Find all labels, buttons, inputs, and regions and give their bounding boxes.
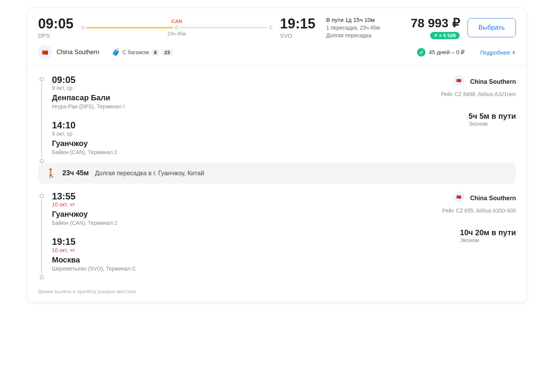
seg-left-1: 09:05 9 окт, ср Денпасар Бали Нгура-Раи … — [52, 75, 125, 155]
summary-row: 09:05 DPS CAN 23ч 45м 19:15 SVO — [27, 8, 527, 45]
airline-name: China Southern — [57, 49, 99, 56]
footer-note: Время вылета и прилёта указано местное — [27, 282, 527, 302]
price-badge-value: × 5 529 — [439, 33, 456, 38]
seg2-arrive-terminal: Шереметьево (SVO), Терминал С — [52, 266, 136, 272]
baggage-info: 🧳 С багажом 8 23 — [112, 48, 173, 56]
tl-line-1 — [41, 83, 42, 158]
layover-duration: 23ч 45м — [62, 169, 89, 177]
select-button[interactable]: Выбрать — [467, 18, 516, 37]
arrive-time: 19:15 — [280, 16, 315, 32]
seg2-depart-date: 10 окт, чт — [52, 201, 136, 208]
seg1-arrive-city: Гуанчжоу — [52, 139, 125, 148]
seg2-flight-info: Рейс CZ 655, Airbus A350-900 — [442, 208, 516, 214]
footer-note-text: Время вылета и прилёта указано местное — [38, 289, 136, 294]
seg-left-2: 13:55 10 окт, чт Гуанчжоу Байюн (CAN), Т… — [52, 191, 136, 272]
seg1-depart-date: 9 окт, ср — [52, 85, 125, 91]
seg1-depart-city: Денпасар Бали — [52, 93, 125, 102]
timeline-2 — [38, 191, 45, 279]
price-badge-icon: ✕ — [434, 33, 437, 38]
route-visual: CAN 23ч 45м — [77, 18, 276, 37]
timeline-1 — [38, 75, 45, 163]
seg1-class: Эконом — [469, 121, 516, 127]
seg1-airline-row: 🇨🇳 China Southern — [453, 75, 516, 89]
layover-desc: Долгая пересадка в г. Гуанчжоу, Китай — [95, 170, 204, 177]
price-main: 78 993 ₽ — [411, 16, 460, 30]
svg-text:🇨🇳: 🇨🇳 — [456, 194, 461, 199]
seg1-arrive-time: 14:10 — [52, 120, 125, 130]
baggage-label: С багажом — [122, 49, 149, 55]
detail-section: 09:05 9 окт, ср Денпасар Бали Нгура-Раи … — [27, 66, 527, 282]
seg1-depart-time: 09:05 — [52, 75, 125, 85]
layover-bar: 🚶 23ч 45м Долгая пересадка в г. Гуанчжоу… — [38, 163, 516, 184]
tl-dot-top-1 — [40, 77, 44, 81]
details-btn-label: Подробнее — [480, 49, 510, 56]
segment-1: 09:05 9 окт, ср Денпасар Бали Нгура-Раи … — [38, 75, 516, 163]
seg1-flight-info: Рейс CZ 8498, Airbus A321neo — [441, 91, 516, 97]
baggage-badge-23: 23 — [162, 49, 172, 56]
route-line — [81, 26, 272, 29]
flight-card: 09:05 DPS CAN 23ч 45м 19:15 SVO — [27, 8, 527, 302]
transit-airport: CAN — [171, 18, 182, 24]
route-dot-left — [81, 26, 85, 29]
seg-right-2: 🇨🇳 China Southern Рейс CZ 655, Airbus A3… — [442, 191, 516, 243]
route-line-gray — [180, 27, 267, 28]
seg2-airline-logo: 🇨🇳 — [453, 191, 467, 205]
route-dot-mid — [175, 26, 179, 29]
seg1-duration: 5ч 5м в пути — [469, 112, 516, 121]
route-dot-right — [269, 26, 272, 29]
route-line-yellow — [86, 27, 174, 28]
seg2-class: Эконом — [460, 237, 516, 243]
seg2-airline-name: China Southern — [470, 195, 516, 202]
seg2-depart-city: Гуанчжоу — [52, 210, 136, 219]
seg1-airline-logo: 🇨🇳 — [453, 75, 467, 89]
price-block: 78 993 ₽ ✕ × 5 529 — [411, 16, 460, 39]
seg1-arrive-terminal: Байюн (CAN), Терминал 2 — [52, 149, 125, 155]
airline-row: 🇨🇳 China Southern 🧳 С багажом 8 23 ✔ 45 … — [27, 45, 527, 65]
svg-text:🇨🇳: 🇨🇳 — [456, 78, 461, 83]
arrive-block: 19:15 SVO — [280, 16, 315, 39]
seg1-depart-terminal: Нгура-Раи (DPS), Терминал I — [52, 103, 125, 110]
depart-time: 09:05 — [38, 16, 73, 32]
tl-dot-bottom-1 — [40, 159, 44, 163]
tl-dot-top-2 — [40, 194, 44, 198]
baggage-icon: 🧳 — [112, 48, 120, 56]
seg2-arrive-city: Москва — [52, 256, 136, 264]
tl-dot-bottom-2 — [40, 275, 44, 279]
seg2-depart-time: 13:55 — [52, 191, 136, 201]
tl-line-2 — [41, 199, 42, 274]
segment-2: 13:55 10 окт, чт Гуанчжоу Байюн (CAN), Т… — [38, 191, 516, 279]
seg2-arrive-time: 19:15 — [52, 237, 136, 247]
days-icon: ✔ — [417, 48, 426, 56]
flight-duration: В пути 1д 15ч 10м — [326, 17, 403, 23]
seg2-airline-row: 🇨🇳 China Southern — [453, 191, 516, 205]
walk-icon: 🚶 — [46, 168, 56, 178]
details-button[interactable]: Подробнее ∧ — [480, 49, 516, 56]
stops-label: 1 пересадка, 23ч 45м — [326, 25, 403, 31]
days-label: 45 дней – 0 ₽ — [429, 49, 465, 56]
seg1-airline-name: China Southern — [470, 78, 516, 85]
segment-body-1: 09:05 9 окт, ср Денпасар Бали Нгура-Раи … — [52, 75, 516, 163]
airline-logo: 🇨🇳 — [38, 45, 52, 59]
seg2-depart-terminal: Байюн (CAN), Терминал 2 — [52, 220, 136, 226]
flight-info-block: В пути 1д 15ч 10м 1 пересадка, 23ч 45м Д… — [326, 17, 403, 38]
baggage-badge-8: 8 — [151, 49, 159, 56]
seg2-duration: 10ч 20м в пути — [460, 228, 516, 237]
seg1-arrive-date: 9 окт, ср — [52, 131, 125, 137]
svg-text:🇨🇳: 🇨🇳 — [42, 49, 48, 56]
seg-right-1: 🇨🇳 China Southern Рейс CZ 8498, Airbus A… — [441, 75, 516, 127]
depart-block: 09:05 DPS — [38, 16, 73, 39]
seg2-arrive-date: 10 окт, чт — [52, 247, 136, 253]
arrive-airport: SVO — [280, 32, 292, 39]
days-info: ✔ 45 дней – 0 ₽ — [417, 48, 465, 56]
depart-airport: DPS — [38, 32, 73, 39]
chevron-up-icon: ∧ — [512, 49, 516, 56]
price-badge: ✕ × 5 529 — [430, 32, 460, 39]
segment-body-2: 13:55 10 окт, чт Гуанчжоу Байюн (CAN), Т… — [52, 191, 516, 279]
route-duration: 23ч 45м — [167, 31, 186, 37]
long-layover-label: Долгая пересадка — [326, 32, 403, 38]
